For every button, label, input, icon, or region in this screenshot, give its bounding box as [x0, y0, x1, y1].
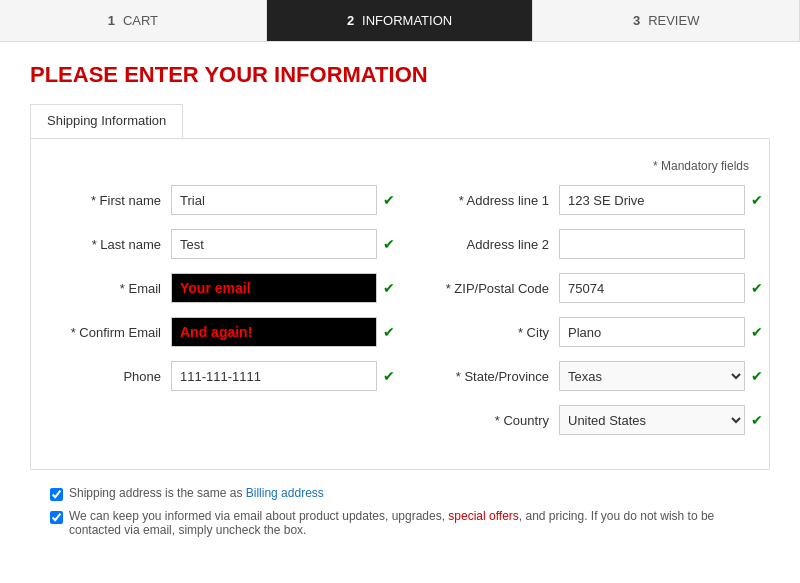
special-offers-text: special offers [448, 509, 518, 523]
state-select[interactable]: Texas [559, 361, 745, 391]
last-name-check-icon: ✔ [383, 236, 399, 252]
form-row-first-name: * First name ✔ [51, 185, 399, 215]
last-name-label: * Last name [51, 237, 171, 252]
form-row-phone: Phone ✔ [51, 361, 399, 391]
address1-input[interactable] [559, 185, 745, 215]
step-info-label: INFORMATION [362, 13, 452, 28]
confirm-email-label: * Confirm Email [51, 325, 171, 340]
confirm-email-check-icon: ✔ [383, 324, 399, 340]
step-review-label: REVIEW [648, 13, 699, 28]
address1-check-icon: ✔ [751, 192, 767, 208]
email-optin-label: We can keep you informed via email about… [69, 509, 750, 537]
billing-checkbox-label: Shipping address is the same as Billing … [69, 486, 324, 500]
state-check-icon: ✔ [751, 368, 767, 384]
form-row-country: * Country United States ✔ [439, 405, 767, 435]
zip-input[interactable] [559, 273, 745, 303]
form-row-address2: Address line 2 ✔ [439, 229, 767, 259]
phone-check-icon: ✔ [383, 368, 399, 384]
email-input[interactable] [171, 273, 377, 303]
email-check-icon: ✔ [383, 280, 399, 296]
first-name-input[interactable] [171, 185, 377, 215]
form-row-address1: * Address line 1 ✔ [439, 185, 767, 215]
confirm-email-input[interactable] [171, 317, 377, 347]
main-content: PLEASE ENTER YOUR INFORMATION Shipping I… [0, 42, 800, 565]
country-check-icon: ✔ [751, 412, 767, 428]
last-name-input[interactable] [171, 229, 377, 259]
step-review-num: 3 [633, 13, 640, 28]
form-section: * Mandatory fields * First name ✔ * Last… [30, 138, 770, 470]
city-label: * City [439, 325, 559, 340]
step-review[interactable]: 3 REVIEW [533, 0, 800, 41]
form-col-left: * First name ✔ * Last name ✔ * Email ✔ *… [51, 185, 399, 449]
state-label: * State/Province [439, 369, 559, 384]
footer-buttons: ← BACK ✔ CONTINUE [0, 565, 800, 583]
form-row-zip: * ZIP/Postal Code ✔ [439, 273, 767, 303]
mandatory-note: * Mandatory fields [51, 159, 749, 173]
form-row-city: * City ✔ [439, 317, 767, 347]
country-label: * Country [439, 413, 559, 428]
page-title: PLEASE ENTER YOUR INFORMATION [30, 62, 770, 88]
form-row-confirm-email: * Confirm Email ✔ [51, 317, 399, 347]
tab-shipping-information[interactable]: Shipping Information [31, 105, 182, 138]
first-name-check-icon: ✔ [383, 192, 399, 208]
step-cart[interactable]: 1 CART [0, 0, 267, 41]
address2-input[interactable] [559, 229, 745, 259]
step-cart-label: CART [123, 13, 158, 28]
city-check-icon: ✔ [751, 324, 767, 340]
form-row-last-name: * Last name ✔ [51, 229, 399, 259]
phone-input[interactable] [171, 361, 377, 391]
billing-address-link[interactable]: Billing address [246, 486, 324, 500]
form-layout: * First name ✔ * Last name ✔ * Email ✔ *… [51, 185, 749, 449]
email-optin-checkbox-row: We can keep you informed via email about… [50, 509, 750, 537]
step-info-num: 2 [347, 13, 354, 28]
email-optin-checkbox[interactable] [50, 511, 63, 524]
billing-checkbox[interactable] [50, 488, 63, 501]
phone-label: Phone [51, 369, 171, 384]
form-col-right: * Address line 1 ✔ Address line 2 ✔ * ZI… [439, 185, 767, 449]
step-information[interactable]: 2 INFORMATION [267, 0, 534, 41]
country-select[interactable]: United States [559, 405, 745, 435]
step-cart-num: 1 [108, 13, 115, 28]
billing-checkbox-row: Shipping address is the same as Billing … [50, 486, 750, 501]
address1-label: * Address line 1 [439, 193, 559, 208]
step-navigation: 1 CART 2 INFORMATION 3 REVIEW [0, 0, 800, 42]
address2-label: Address line 2 [439, 237, 559, 252]
tab-bar: Shipping Information [30, 104, 183, 138]
form-row-state: * State/Province Texas ✔ [439, 361, 767, 391]
first-name-label: * First name [51, 193, 171, 208]
zip-check-icon: ✔ [751, 280, 767, 296]
email-label: * Email [51, 281, 171, 296]
form-row-email: * Email ✔ [51, 273, 399, 303]
city-input[interactable] [559, 317, 745, 347]
checkbox-section: Shipping address is the same as Billing … [30, 486, 770, 537]
zip-label: * ZIP/Postal Code [439, 281, 559, 296]
